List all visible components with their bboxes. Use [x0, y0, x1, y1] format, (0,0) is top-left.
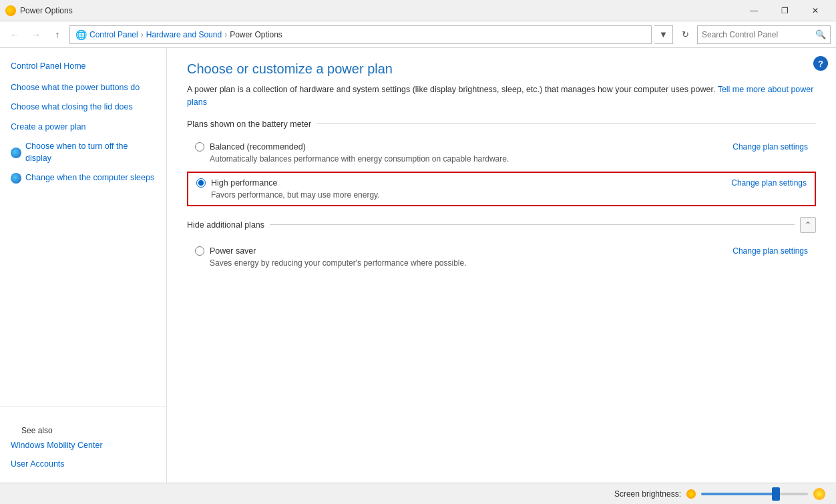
- battery-section-header: Plans shown on the battery meter: [187, 119, 816, 129]
- search-icon[interactable]: 🔍: [815, 29, 826, 39]
- sidebar-item-power-buttons[interactable]: Choose what the power buttons do: [11, 80, 156, 96]
- search-input[interactable]: [702, 30, 813, 39]
- plan-item-balanced: Balanced (recommended) Change plan setti…: [187, 137, 816, 169]
- plan-hp-name: High performance: [211, 178, 277, 188]
- description-main: A power plan is a collection of hardware…: [187, 85, 715, 94]
- main-container: Control Panel Home Choose what the power…: [0, 48, 836, 483]
- sun-dim-icon: [686, 489, 696, 499]
- globe-icon-2: [11, 173, 21, 184]
- sidebar-label-create-power-plan: Create a power plan: [11, 121, 86, 134]
- sidebar-label-closing-lid: Choose what closing the lid does: [11, 101, 133, 113]
- sidebar-item-closing-lid[interactable]: Choose what closing the lid does: [11, 99, 156, 115]
- additional-section-header: Hide additional plans ⌃: [187, 217, 816, 233]
- sidebar-label-control-panel-home: Control Panel Home: [11, 61, 86, 73]
- plan-hp-label[interactable]: High performance: [196, 178, 277, 188]
- plan-balanced-header: Balanced (recommended) Change plan setti…: [195, 142, 808, 152]
- plan-hp-header: High performance Change plan settings: [196, 178, 807, 188]
- sidebar-item-turn-off-display[interactable]: Choose when to turn off the display: [11, 139, 156, 166]
- plan-ps-radio[interactable]: [195, 246, 204, 256]
- back-button[interactable]: ←: [5, 25, 24, 44]
- address-dropdown[interactable]: ▼: [654, 25, 673, 44]
- description-text: A power plan is a collection of hardware…: [187, 83, 816, 109]
- sep2: ›: [224, 30, 227, 39]
- sidebar-see-also: See also Windows Mobility Center User Ac…: [0, 407, 166, 472]
- sidebar-label-user-accounts: User Accounts: [11, 459, 65, 471]
- window-title: Power Options: [20, 6, 73, 15]
- plan-ps-name: Power saver: [210, 246, 256, 256]
- plan-balanced-label[interactable]: Balanced (recommended): [195, 142, 306, 152]
- sidebar-item-user-accounts[interactable]: User Accounts: [11, 457, 156, 473]
- battery-divider-line: [317, 123, 816, 124]
- ps-change-link[interactable]: Change plan settings: [733, 246, 808, 256]
- title-bar: Power Options — ❐ ✕: [0, 0, 836, 21]
- close-button[interactable]: ✕: [800, 0, 831, 21]
- status-bar: Screen brightness:: [0, 483, 836, 504]
- address-bar: ← → ↑ 🌐 Control Panel › Hardware and Sou…: [0, 21, 836, 48]
- app-icon: [5, 5, 16, 16]
- sidebar: Control Panel Home Choose what the power…: [0, 48, 167, 483]
- sidebar-label-windows-mobility: Windows Mobility Center: [11, 440, 103, 452]
- plan-item-power-saver: Power saver Change plan settings Saves e…: [187, 241, 816, 273]
- hp-change-link[interactable]: Change plan settings: [731, 178, 807, 188]
- page-title: Choose or customize a power plan: [187, 61, 816, 77]
- sep1: ›: [141, 30, 144, 39]
- breadcrumb-control-panel[interactable]: Control Panel: [89, 30, 138, 39]
- plan-balanced-radio[interactable]: [195, 142, 204, 152]
- plan-ps-desc: Saves energy by reducing your computer's…: [210, 258, 808, 268]
- sidebar-label-power-buttons: Choose what the power buttons do: [11, 82, 140, 94]
- brightness-label: Screen brightness:: [614, 489, 681, 499]
- refresh-button[interactable]: ↻: [676, 25, 694, 44]
- plan-balanced-name: Balanced (recommended): [210, 142, 306, 152]
- forward-button[interactable]: →: [27, 25, 45, 44]
- sidebar-item-windows-mobility[interactable]: Windows Mobility Center: [11, 438, 156, 454]
- plan-hp-desc: Favors performance, but may use more ene…: [211, 190, 807, 200]
- breadcrumb-hardware-sound[interactable]: Hardware and Sound: [146, 30, 222, 39]
- plan-balanced-desc: Automatically balances performance with …: [210, 154, 808, 164]
- minimize-button[interactable]: —: [739, 0, 769, 21]
- maximize-button[interactable]: ❐: [769, 0, 800, 21]
- sidebar-item-control-panel-home[interactable]: Control Panel Home: [11, 59, 156, 75]
- battery-section-label: Plans shown on the battery meter: [187, 119, 311, 129]
- see-also-title: See also: [11, 415, 156, 438]
- help-button[interactable]: ?: [813, 56, 828, 71]
- address-path: 🌐 Control Panel › Hardware and Sound › P…: [69, 25, 652, 44]
- sidebar-label-turn-off-display: Choose when to turn off the display: [25, 141, 156, 164]
- globe-icon-1: [11, 148, 21, 158]
- additional-section-label: Hide additional plans: [187, 220, 264, 230]
- search-box[interactable]: 🔍: [697, 25, 831, 44]
- collapse-button[interactable]: ⌃: [800, 217, 816, 233]
- sun-bright-icon: [813, 488, 825, 500]
- plan-ps-label[interactable]: Power saver: [195, 246, 256, 256]
- sidebar-item-computer-sleeps[interactable]: Change when the computer sleeps: [11, 170, 156, 186]
- brightness-slider-track: [701, 493, 808, 495]
- breadcrumb-power-options: Power Options: [230, 30, 282, 39]
- path-icon: 🌐: [75, 29, 87, 40]
- additional-divider-line: [270, 224, 795, 225]
- plan-hp-radio[interactable]: [196, 178, 206, 188]
- sidebar-label-computer-sleeps: Change when the computer sleeps: [25, 172, 154, 184]
- sidebar-nav: Control Panel Home Choose what the power…: [0, 59, 166, 407]
- brightness-container: Screen brightness:: [614, 488, 825, 500]
- plan-item-high-performance: High performance Change plan settings Fa…: [187, 172, 816, 206]
- window-controls: — ❐ ✕: [739, 0, 831, 21]
- content-area: ? Choose or customize a power plan A pow…: [167, 48, 836, 483]
- sidebar-item-create-power-plan[interactable]: Create a power plan: [11, 119, 156, 136]
- title-bar-left: Power Options: [5, 5, 73, 16]
- plan-ps-header: Power saver Change plan settings: [195, 246, 808, 256]
- brightness-thumb[interactable]: [772, 487, 780, 501]
- balanced-change-link[interactable]: Change plan settings: [733, 142, 808, 152]
- brightness-fill: [701, 493, 776, 495]
- up-button[interactable]: ↑: [48, 25, 67, 44]
